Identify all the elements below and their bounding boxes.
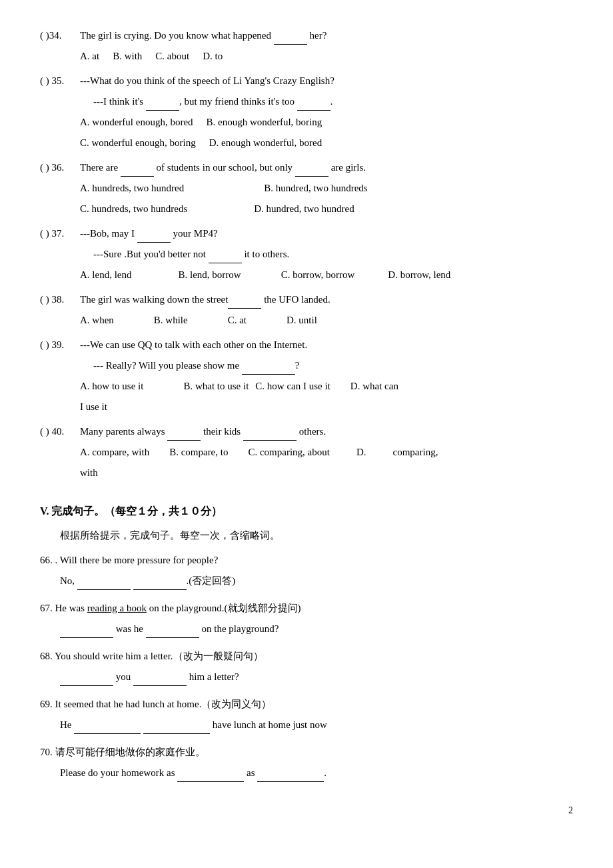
c67-blank2 (146, 626, 199, 638)
c66-answer: No, .(否定回答) (40, 572, 573, 590)
q40-blank2 (243, 429, 297, 441)
c69-question: 69. It seemed that he had lunch at home.… (40, 695, 573, 713)
q38-text: The girl was walking down the street the… (80, 291, 573, 309)
q39-option-b: B. what to use it (183, 377, 249, 395)
completion-70: 70. 请尽可能仔细地做你的家庭作业。 Please do your homew… (40, 743, 573, 782)
q35-blank1 (146, 99, 179, 111)
q37-blank2 (209, 251, 242, 263)
section-5: V. 完成句子。（每空１分，共１０分） 根据所给提示，完成句子。每空一次，含缩略… (40, 502, 573, 782)
q35-line2: ---I think it's , but my friend thinks i… (93, 93, 333, 111)
q39-number: ( ) 39. (40, 336, 80, 354)
q37-option-a: A. lend, lend (80, 266, 131, 284)
c66-question: 66. . Will there be more pressure for pe… (40, 551, 573, 569)
q40-option-d-text: comparing, (393, 443, 438, 461)
q39-text: ---We can use QQ to talk with each other… (80, 336, 573, 354)
q34-number: ( )34. (40, 27, 80, 45)
q40-option-c: C. comparing, about (248, 443, 329, 461)
c67-number: 67. (40, 603, 53, 613)
c70-question: 70. 请尽可能仔细地做你的家庭作业。 (40, 743, 573, 761)
q34-blank (274, 33, 307, 45)
section5-instruction: 根据所给提示，完成句子。每空一次，含缩略词。 (40, 527, 573, 545)
q35-text: ---What do you think of the speech of Li… (80, 72, 573, 90)
q37-number: ( ) 37. (40, 225, 80, 243)
q37-option-c: C. borrow, borrow (281, 266, 355, 284)
c69-number: 69. (40, 699, 53, 709)
c66-number: 66. (40, 555, 53, 565)
question-35: ( ) 35. ---What do you think of the spee… (40, 72, 573, 152)
q40-wrap-text: with (40, 464, 573, 482)
q39-option-a: A. how to use it (80, 377, 143, 395)
q34-option-b: B. with (113, 47, 142, 65)
q38-option-b: B. while (154, 311, 188, 329)
c68-answer: you him a letter? (40, 668, 573, 686)
q36-option-b: B. hundred, two hundreds (264, 179, 367, 197)
question-37: ( ) 37. ---Bob, may I your MP4? ---Sure … (40, 225, 573, 284)
c70-blank1 (177, 770, 244, 782)
q38-number: ( ) 38. (40, 291, 80, 309)
c69-blank2 (143, 722, 210, 734)
c66-blank1 (77, 578, 131, 590)
q37-line2: ---Sure .But you'd better not it to othe… (93, 245, 289, 263)
c70-answer: Please do your homework as as . (40, 764, 573, 782)
q36-number: ( ) 36. (40, 159, 80, 177)
q35-option-d: D. enough wonderful, bored (209, 134, 322, 152)
page-number: 2 (40, 802, 573, 819)
q34-options: A. at B. with C. about D. to (40, 47, 573, 65)
question-38: ( ) 38. The girl was walking down the st… (40, 291, 573, 329)
q38-option-d: D. until (287, 311, 317, 329)
c67-blank1 (60, 626, 113, 638)
q35-option-a: A. wonderful enough, bored (80, 113, 193, 131)
c67-underline: reading a book (87, 603, 147, 613)
c68-blank1 (60, 674, 113, 686)
q36-text: There are of students in our school, but… (80, 159, 573, 177)
q37-text: ---Bob, may I your MP4? (80, 225, 573, 243)
q38-blank (228, 297, 261, 309)
c68-blank2 (133, 674, 187, 686)
question-40: ( ) 40. Many parents always their kids o… (40, 423, 573, 482)
q36-option-c: C. hundreds, two hundreds (80, 200, 187, 218)
q39-option-d: D. what can (350, 377, 398, 395)
q37-option-b: B. lend, borrow (178, 266, 241, 284)
c68-number: 68. (40, 651, 53, 661)
q35-blank2 (297, 99, 330, 111)
q34-option-d: D. to (203, 47, 223, 65)
completion-69: 69. It seemed that he had lunch at home.… (40, 695, 573, 734)
q40-blank1 (167, 429, 201, 441)
q36-blank2 (295, 165, 328, 177)
c67-question: 67. He was reading a book on the playgro… (40, 599, 573, 617)
q40-number: ( ) 40. (40, 423, 80, 441)
q40-text: Many parents always their kids others. (80, 423, 573, 441)
q40-option-d: D. (356, 443, 366, 461)
c69-answer: He have lunch at home just now (40, 716, 573, 734)
q34-option-c: C. about (155, 47, 189, 65)
question-34: ( )34. The girl is crying. Do you know w… (40, 27, 573, 65)
completion-66: 66. . Will there be more pressure for pe… (40, 551, 573, 590)
q40-options: A. compare, with B. compare, to C. compa… (40, 443, 573, 461)
c70-blank2 (257, 770, 324, 782)
q38-option-a: A. when (80, 311, 114, 329)
q34-text: The girl is crying. Do you know what hap… (80, 27, 573, 45)
q37-blank1 (137, 231, 171, 243)
q38-option-c: C. at (228, 311, 247, 329)
q37-option-d: D. borrow, lend (388, 266, 450, 284)
q39-blank (242, 363, 295, 375)
q35-options-row2: C. wonderful enough, boring D. enough wo… (40, 134, 573, 152)
question-39: ( ) 39. ---We can use QQ to talk with ea… (40, 336, 573, 416)
q39-options: A. how to use it B. what to use it C. ho… (40, 377, 573, 395)
c66-blank2 (133, 578, 187, 590)
completion-67: 67. He was reading a book on the playgro… (40, 599, 573, 638)
question-36: ( ) 36. There are of students in our sch… (40, 159, 573, 218)
q40-option-b: B. compare, to (169, 443, 228, 461)
c68-question: 68. You should write him a letter.（改为一般疑… (40, 647, 573, 665)
q36-options-row2: C. hundreds, two hundreds D. hundred, tw… (40, 200, 573, 218)
q36-option-d: D. hundred, two hundred (254, 200, 354, 218)
completion-68: 68. You should write him a letter.（改为一般疑… (40, 647, 573, 686)
q35-number: ( ) 35. (40, 72, 80, 90)
q36-options-row1: A. hundreds, two hundred B. hundred, two… (40, 179, 573, 197)
q35-option-b: B. enough wonderful, boring (207, 113, 322, 131)
q34-option-a: A. at (80, 47, 99, 65)
q37-options: A. lend, lend B. lend, borrow C. borrow,… (40, 266, 573, 284)
q40-option-a: A. compare, with (80, 443, 149, 461)
q35-options-row1: A. wonderful enough, bored B. enough won… (40, 113, 573, 131)
c70-number: 70. (40, 747, 53, 757)
